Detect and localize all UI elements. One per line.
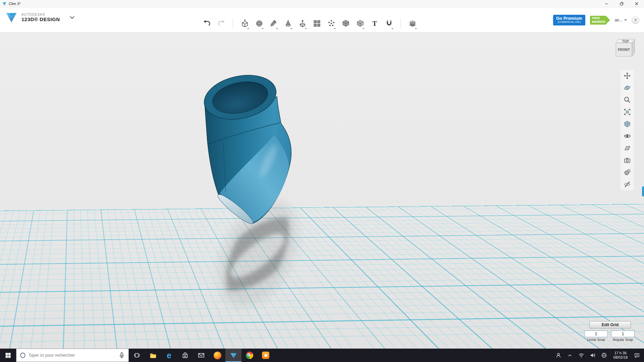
transform-tool-button[interactable] <box>239 17 250 29</box>
text-tool-button[interactable]: T <box>369 17 380 29</box>
taskbar-app-chrome[interactable] <box>241 349 258 362</box>
network-globe-icon[interactable] <box>600 352 608 359</box>
visibility-eye-icon[interactable] <box>623 132 631 140</box>
volume-icon[interactable] <box>589 352 596 359</box>
grid-settings-panel: Edit Grid Linear Snap Angular Snap <box>584 321 637 342</box>
dropdown-caret-icon <box>262 28 264 30</box>
magnet-snap-tool-button[interactable] <box>383 17 394 29</box>
toggle-visibility-icon[interactable] <box>623 180 631 188</box>
search-input[interactable] <box>29 353 116 358</box>
membership-line1: FREE <box>592 16 610 20</box>
screenshot-camera-icon[interactable] <box>623 156 631 164</box>
help-button[interactable]: ? <box>632 16 639 24</box>
brand-block: AUTODESK® 123D® DESIGN <box>5 11 75 24</box>
material-view-icon[interactable] <box>623 168 631 176</box>
hidden-icons-chevron-icon[interactable] <box>566 352 574 359</box>
membership-badge[interactable]: FREE MEMBER <box>590 16 610 25</box>
edge-icon: e <box>167 351 171 360</box>
taskbar-clock[interactable]: 17 h 36 08/02/18 <box>612 351 629 360</box>
zoom-fit-icon[interactable] <box>623 108 631 116</box>
grouping-tool-button[interactable] <box>340 17 351 29</box>
brand-123d-design: 123D® DESIGN <box>21 16 60 22</box>
dropdown-caret-icon <box>334 28 336 30</box>
angular-snap-input[interactable] <box>611 330 635 337</box>
microphone-icon[interactable] <box>118 352 125 359</box>
people-icon[interactable] <box>555 352 562 359</box>
chrome-icon <box>246 352 253 359</box>
view-cube-top-label: TOP <box>622 40 629 43</box>
restore-button[interactable] <box>614 0 629 7</box>
dropdown-caret-icon <box>415 28 417 30</box>
action-center-icon[interactable] <box>633 352 641 359</box>
taskbar-app-123d-design[interactable] <box>225 349 241 362</box>
combine-tool-button[interactable] <box>355 17 366 29</box>
minimize-icon <box>604 2 608 6</box>
linear-snap-input[interactable] <box>584 330 608 337</box>
account-menu[interactable]: an... <box>615 18 627 22</box>
start-button[interactable] <box>0 349 16 362</box>
go-premium-button[interactable]: Go Premium (COMMERCIAL USE) <box>553 15 585 25</box>
taskbar-search[interactable] <box>16 349 129 362</box>
dropdown-caret-icon <box>363 28 365 30</box>
app-header: AUTODESK® 123D® DESIGN <box>0 7 644 33</box>
task-view-button[interactable] <box>129 349 145 362</box>
zoom-icon[interactable] <box>623 96 631 104</box>
pan-icon[interactable] <box>623 72 631 80</box>
taskbar-app-orange[interactable] <box>258 349 274 362</box>
cortana-icon <box>20 352 26 358</box>
main-toolbar: T <box>201 16 418 31</box>
navigation-toolbar <box>621 70 634 190</box>
taskbar-app-store[interactable] <box>177 349 193 362</box>
window-title: Clim 3* <box>9 2 20 6</box>
grid-plane-icon[interactable] <box>623 144 631 152</box>
dropdown-caret-icon <box>247 28 249 30</box>
menu-chevron-down-icon[interactable] <box>69 16 75 19</box>
autodesk-123d-logo-icon <box>5 11 18 24</box>
view-cube-front-label: FRONT <box>618 48 630 52</box>
scene <box>0 33 644 349</box>
taskbar-app-edge[interactable]: e <box>161 349 177 362</box>
taskbar-app-mail[interactable] <box>193 349 209 362</box>
account-name: an... <box>615 18 623 22</box>
dropdown-caret-icon <box>290 28 292 30</box>
angular-snap-label: Angular Snap <box>611 338 635 342</box>
brand-autodesk: AUTODESK® <box>21 13 60 16</box>
dropdown-caret-icon <box>391 28 393 30</box>
taskbar-app-firefox[interactable] <box>209 349 225 362</box>
canvas-viewport[interactable]: TOP FRONT <box>0 33 644 349</box>
close-button[interactable] <box>629 0 644 7</box>
pattern-tool-button[interactable] <box>311 17 322 29</box>
text-tool-glyph: T <box>372 20 377 27</box>
premium-sublabel: (COMMERCIAL USE) <box>553 21 585 23</box>
construct-tool-button[interactable] <box>282 17 293 29</box>
system-tray: 17 h 36 08/02/18 <box>555 349 644 362</box>
view-cube[interactable]: TOP FRONT <box>613 34 635 58</box>
linear-snap-label: Linear Snap <box>584 338 608 342</box>
snap-tool-button[interactable] <box>326 17 337 29</box>
chevron-down-icon <box>624 19 627 22</box>
modify-tool-button[interactable] <box>297 17 308 29</box>
dropdown-caret-icon <box>305 28 307 30</box>
windows-logo-icon <box>5 352 11 358</box>
edit-grid-button[interactable]: Edit Grid <box>589 321 631 328</box>
123d-design-icon <box>230 352 237 359</box>
network-wifi-icon[interactable] <box>578 352 585 359</box>
primitives-tool-button[interactable] <box>254 17 265 29</box>
store-icon <box>181 352 189 359</box>
window-titlebar[interactable]: Clim 3* <box>0 0 644 7</box>
taskbar-app-file-explorer[interactable] <box>145 349 161 362</box>
material-tool-button[interactable] <box>407 17 418 29</box>
undo-button[interactable] <box>201 17 212 29</box>
side-panel-handle[interactable] <box>642 186 644 196</box>
sketch-tool-button[interactable] <box>268 17 279 29</box>
file-explorer-icon <box>149 352 157 359</box>
membership-line2: MEMBER <box>592 20 610 24</box>
firefox-icon <box>214 352 221 359</box>
redo-button[interactable] <box>216 17 227 29</box>
toolbar-separator <box>233 18 233 29</box>
shaded-view-icon[interactable] <box>623 120 631 128</box>
clock-date: 08/02/18 <box>612 355 629 360</box>
minimize-button[interactable] <box>599 0 614 7</box>
orbit-icon[interactable] <box>623 84 631 92</box>
toolbar-separator <box>400 18 401 29</box>
